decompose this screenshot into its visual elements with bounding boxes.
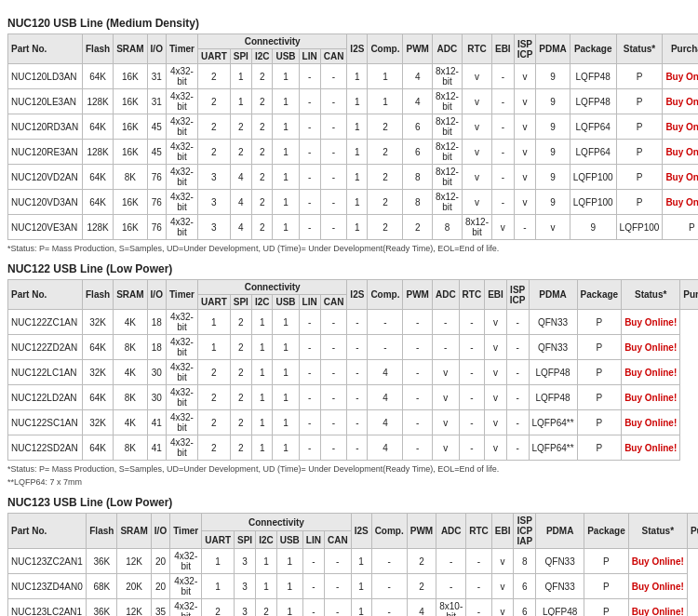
col-usb-123: USB <box>276 531 302 549</box>
table-cell: 2 <box>197 360 230 385</box>
table-cell: 1 <box>273 385 299 410</box>
table-row: NUC120VD2AN64K8K764x32-bit3421--1288x12-… <box>8 165 699 190</box>
col-pdma: PDMA <box>536 34 570 64</box>
col-flash-123: Flash <box>87 514 117 549</box>
table-cell: 16K <box>114 64 147 89</box>
table-cell: 16K <box>114 190 147 215</box>
table-cell: v <box>485 310 507 335</box>
col-connectivity-123: Connectivity <box>202 514 351 531</box>
table-cell: 12K <box>117 599 151 617</box>
buy-online-button[interactable]: Buy Online! <box>624 418 677 428</box>
table-cell: LQFP100 <box>570 190 616 215</box>
buy-online-button[interactable]: Buy Online! <box>665 122 698 132</box>
table-cell: 1 <box>273 310 299 335</box>
col-comp: Comp. <box>368 34 403 64</box>
col-purchase-123: Purchase <box>687 514 698 549</box>
table-cell: 4x32-bit <box>166 89 197 114</box>
col-can-122: CAN <box>320 295 347 310</box>
table-cell: 16K <box>114 89 147 114</box>
table-cell: v <box>432 410 459 435</box>
table-cell: 64K <box>83 190 114 215</box>
table-cell: 2 <box>230 310 251 335</box>
table-row: NUC122ZC1AN32K4K184x32-bit1211-------v-Q… <box>8 310 699 335</box>
table-cell: - <box>491 114 514 140</box>
col-can-123: CAN <box>324 531 351 549</box>
table-cell: 76 <box>147 190 166 215</box>
table-cell: 1 <box>273 165 299 190</box>
table-cell: v <box>491 574 514 599</box>
table-cell: 30 <box>147 360 166 385</box>
table-cell: - <box>320 114 347 140</box>
table-cell: v <box>485 410 507 435</box>
col-connectivity: Connectivity <box>197 34 346 49</box>
table-cell: 36K <box>87 599 117 617</box>
table-cell: v <box>485 435 507 461</box>
table-cell: - <box>459 410 485 435</box>
table-cell: 4x32-bit <box>166 335 197 360</box>
table-cell: 4x32-bit <box>170 549 202 574</box>
col-i2c: I2C <box>251 49 273 64</box>
buy-online-button[interactable]: Buy Online! <box>665 147 698 157</box>
table-cell: v <box>432 360 459 385</box>
col-ebi-123: EBI <box>491 514 514 549</box>
buy-online-button[interactable]: Buy Online! <box>632 582 684 592</box>
table-cell: v <box>432 435 459 461</box>
table-cell: - <box>506 310 529 335</box>
buy-online-button[interactable]: Buy Online! <box>624 368 677 378</box>
table-cell: 1 <box>276 549 302 574</box>
buy-online-button[interactable]: Buy Online! <box>665 97 698 107</box>
table-cell: 4x32-bit <box>166 190 197 215</box>
table-cell: 8K <box>114 385 147 410</box>
table-cell: P <box>584 549 629 574</box>
col-pdma-122: PDMA <box>529 280 577 310</box>
table-cell: v <box>485 385 507 410</box>
table-cell: 1 <box>347 190 368 215</box>
section-title-nuc120: NUC120 USB Line (Medium Density) <box>7 17 691 30</box>
buy-online-button[interactable]: Buy Online! <box>665 197 698 208</box>
table-cell: 8K <box>114 435 147 461</box>
table-cell: 2 <box>197 89 230 114</box>
table-cell: - <box>403 310 432 335</box>
table-cell: 1 <box>368 64 403 89</box>
table-cell: 8x12-bit <box>432 114 462 140</box>
table-row: NUC123ZD4AN068K20K204x32-bit1311--1-2--v… <box>8 574 699 599</box>
table-cell: 64K <box>83 435 114 461</box>
table-cell: - <box>491 140 514 165</box>
col-timer-123: Timer <box>170 514 202 549</box>
buy-online-button[interactable]: Buy Online! <box>665 172 698 182</box>
table-cell: 1 <box>351 599 371 617</box>
table-cell: 1 <box>230 89 251 114</box>
table-cell: 20 <box>151 574 169 599</box>
table-cell: P <box>577 435 622 461</box>
table-cell: 64K <box>83 335 114 360</box>
buy-online-button[interactable]: Buy Online! <box>624 342 677 353</box>
buy-online-button[interactable]: Buy Online! <box>632 607 684 617</box>
table-cell: 35 <box>151 599 169 617</box>
table-nuc123: Part No. Flash SRAM I/O Timer Connectivi… <box>7 513 698 616</box>
section-title-nuc123: NUC123 USB Line (Low Power) <box>7 496 691 509</box>
table-cell: 1 <box>251 310 273 335</box>
buy-online-button[interactable]: Buy Online! <box>624 393 677 403</box>
col-part-no-122: Part No. <box>8 280 83 310</box>
table-cell: 1 <box>273 140 299 165</box>
col-isp-122: ISP ICP <box>506 280 529 310</box>
table-cell: 3 <box>197 165 230 190</box>
col-sram-123: SRAM <box>117 514 151 549</box>
buy-online-button[interactable]: Buy Online! <box>632 556 684 567</box>
table-cell: 1 <box>347 140 368 165</box>
table-cell: 4 <box>368 435 403 461</box>
table-cell: 1 <box>273 190 299 215</box>
table-cell: - <box>347 335 368 360</box>
table-cell: 1 <box>273 335 299 360</box>
table-cell: 8 <box>403 190 432 215</box>
col-pwm: PWM <box>403 34 432 64</box>
table-cell: 9 <box>536 64 570 89</box>
table-cell: 4x32-bit <box>170 574 202 599</box>
buy-online-button[interactable]: Buy Online! <box>624 317 677 328</box>
table-cell: 128K <box>83 215 114 240</box>
table-cell: 8x12-bit <box>432 64 462 89</box>
buy-online-button[interactable]: Buy Online! <box>665 72 698 82</box>
table-cell: 64K <box>83 114 114 140</box>
buy-online-button[interactable]: Buy Online! <box>624 443 677 453</box>
col-purchase: Purchase <box>663 34 698 64</box>
